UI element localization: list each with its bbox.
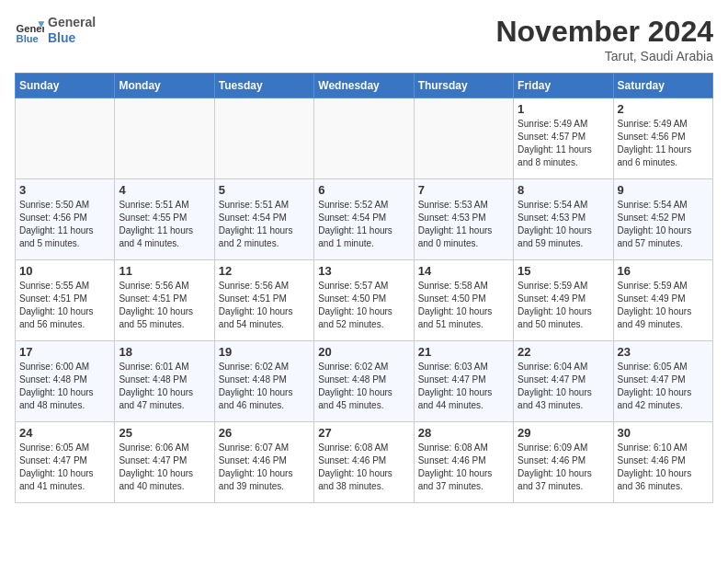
calendar-cell: 9Sunrise: 5:54 AM Sunset: 4:52 PM Daylig… xyxy=(613,179,712,260)
day-info: Sunrise: 5:56 AM Sunset: 4:51 PM Dayligh… xyxy=(219,280,310,331)
day-info: Sunrise: 5:51 AM Sunset: 4:55 PM Dayligh… xyxy=(119,199,210,250)
day-info: Sunrise: 5:49 AM Sunset: 4:57 PM Dayligh… xyxy=(518,118,609,169)
calendar-cell: 29Sunrise: 6:09 AM Sunset: 4:46 PM Dayli… xyxy=(514,422,613,503)
day-info: Sunrise: 5:56 AM Sunset: 4:51 PM Dayligh… xyxy=(119,280,210,331)
calendar-cell: 15Sunrise: 5:59 AM Sunset: 4:49 PM Dayli… xyxy=(514,260,613,341)
day-number: 27 xyxy=(318,426,409,440)
header-saturday: Saturday xyxy=(613,74,712,98)
title-area: November 2024 Tarut, Saudi Arabia xyxy=(495,15,713,63)
header-tuesday: Tuesday xyxy=(214,74,313,98)
calendar-cell: 16Sunrise: 5:59 AM Sunset: 4:49 PM Dayli… xyxy=(613,260,712,341)
day-number: 30 xyxy=(618,426,709,440)
calendar-cell xyxy=(214,98,313,179)
day-number: 8 xyxy=(518,183,609,197)
header-monday: Monday xyxy=(115,74,214,98)
calendar-cell: 22Sunrise: 6:04 AM Sunset: 4:47 PM Dayli… xyxy=(514,341,613,422)
day-number: 22 xyxy=(518,345,609,359)
calendar-cell xyxy=(314,98,414,179)
day-info: Sunrise: 5:55 AM Sunset: 4:51 PM Dayligh… xyxy=(19,280,110,331)
calendar-cell: 19Sunrise: 6:02 AM Sunset: 4:48 PM Dayli… xyxy=(214,341,313,422)
month-title: November 2024 xyxy=(495,15,713,49)
day-number: 6 xyxy=(318,183,409,197)
calendar-cell: 3Sunrise: 5:50 AM Sunset: 4:56 PM Daylig… xyxy=(16,179,115,260)
week-row-1: 3Sunrise: 5:50 AM Sunset: 4:56 PM Daylig… xyxy=(16,179,713,260)
day-number: 16 xyxy=(618,264,709,278)
day-number: 23 xyxy=(618,345,709,359)
calendar-cell: 27Sunrise: 6:08 AM Sunset: 4:46 PM Dayli… xyxy=(314,422,414,503)
day-number: 5 xyxy=(219,183,310,197)
header-thursday: Thursday xyxy=(414,74,513,98)
calendar-cell: 18Sunrise: 6:01 AM Sunset: 4:48 PM Dayli… xyxy=(115,341,214,422)
calendar-cell: 8Sunrise: 5:54 AM Sunset: 4:53 PM Daylig… xyxy=(514,179,613,260)
calendar-cell: 14Sunrise: 5:58 AM Sunset: 4:50 PM Dayli… xyxy=(414,260,513,341)
day-number: 10 xyxy=(19,264,110,278)
day-info: Sunrise: 6:03 AM Sunset: 4:47 PM Dayligh… xyxy=(418,361,509,412)
day-info: Sunrise: 6:08 AM Sunset: 4:46 PM Dayligh… xyxy=(318,442,409,493)
week-row-0: 1Sunrise: 5:49 AM Sunset: 4:57 PM Daylig… xyxy=(16,98,713,179)
week-row-2: 10Sunrise: 5:55 AM Sunset: 4:51 PM Dayli… xyxy=(16,260,713,341)
calendar-cell: 30Sunrise: 6:10 AM Sunset: 4:46 PM Dayli… xyxy=(613,422,712,503)
svg-text:Blue: Blue xyxy=(17,33,39,44)
day-number: 2 xyxy=(618,102,709,116)
calendar-cell: 25Sunrise: 6:06 AM Sunset: 4:47 PM Dayli… xyxy=(115,422,214,503)
day-number: 18 xyxy=(119,345,210,359)
day-info: Sunrise: 5:59 AM Sunset: 4:49 PM Dayligh… xyxy=(518,280,609,331)
day-number: 11 xyxy=(119,264,210,278)
location: Tarut, Saudi Arabia xyxy=(495,49,713,63)
day-info: Sunrise: 6:07 AM Sunset: 4:46 PM Dayligh… xyxy=(219,442,310,493)
calendar-cell: 23Sunrise: 6:05 AM Sunset: 4:47 PM Dayli… xyxy=(613,341,712,422)
calendar-cell xyxy=(414,98,513,179)
calendar-cell: 7Sunrise: 5:53 AM Sunset: 4:53 PM Daylig… xyxy=(414,179,513,260)
header-sunday: Sunday xyxy=(16,74,115,98)
logo: General Blue General Blue xyxy=(15,15,96,46)
day-number: 13 xyxy=(318,264,409,278)
day-number: 21 xyxy=(418,345,509,359)
day-info: Sunrise: 6:01 AM Sunset: 4:48 PM Dayligh… xyxy=(119,361,210,412)
logo-text: General Blue xyxy=(48,15,96,46)
calendar-cell: 2Sunrise: 5:49 AM Sunset: 4:56 PM Daylig… xyxy=(613,98,712,179)
calendar-cell: 5Sunrise: 5:51 AM Sunset: 4:54 PM Daylig… xyxy=(214,179,313,260)
day-number: 17 xyxy=(19,345,110,359)
calendar-table: SundayMondayTuesdayWednesdayThursdayFrid… xyxy=(15,73,713,503)
calendar-body: 1Sunrise: 5:49 AM Sunset: 4:57 PM Daylig… xyxy=(16,98,713,503)
day-info: Sunrise: 6:08 AM Sunset: 4:46 PM Dayligh… xyxy=(418,442,509,493)
day-number: 12 xyxy=(219,264,310,278)
week-row-4: 24Sunrise: 6:05 AM Sunset: 4:47 PM Dayli… xyxy=(16,422,713,503)
day-number: 20 xyxy=(318,345,409,359)
day-info: Sunrise: 6:05 AM Sunset: 4:47 PM Dayligh… xyxy=(618,361,709,412)
logo-icon: General Blue xyxy=(15,16,44,45)
day-info: Sunrise: 5:52 AM Sunset: 4:54 PM Dayligh… xyxy=(318,199,409,250)
calendar-cell: 24Sunrise: 6:05 AM Sunset: 4:47 PM Dayli… xyxy=(16,422,115,503)
calendar-cell: 28Sunrise: 6:08 AM Sunset: 4:46 PM Dayli… xyxy=(414,422,513,503)
day-info: Sunrise: 6:02 AM Sunset: 4:48 PM Dayligh… xyxy=(219,361,310,412)
day-info: Sunrise: 5:54 AM Sunset: 4:52 PM Dayligh… xyxy=(618,199,709,250)
day-info: Sunrise: 5:50 AM Sunset: 4:56 PM Dayligh… xyxy=(19,199,110,250)
calendar-cell: 10Sunrise: 5:55 AM Sunset: 4:51 PM Dayli… xyxy=(16,260,115,341)
calendar-cell: 11Sunrise: 5:56 AM Sunset: 4:51 PM Dayli… xyxy=(115,260,214,341)
day-info: Sunrise: 5:57 AM Sunset: 4:50 PM Dayligh… xyxy=(318,280,409,331)
calendar-cell: 1Sunrise: 5:49 AM Sunset: 4:57 PM Daylig… xyxy=(514,98,613,179)
day-info: Sunrise: 5:53 AM Sunset: 4:53 PM Dayligh… xyxy=(418,199,509,250)
day-number: 29 xyxy=(518,426,609,440)
day-info: Sunrise: 6:00 AM Sunset: 4:48 PM Dayligh… xyxy=(19,361,110,412)
calendar-cell: 17Sunrise: 6:00 AM Sunset: 4:48 PM Dayli… xyxy=(16,341,115,422)
day-info: Sunrise: 5:51 AM Sunset: 4:54 PM Dayligh… xyxy=(219,199,310,250)
logo-line2: Blue xyxy=(48,30,96,46)
calendar-cell xyxy=(16,98,115,179)
calendar-cell: 4Sunrise: 5:51 AM Sunset: 4:55 PM Daylig… xyxy=(115,179,214,260)
day-number: 9 xyxy=(618,183,709,197)
page-header: General Blue General Blue November 2024 … xyxy=(15,15,713,63)
header-friday: Friday xyxy=(514,74,613,98)
day-info: Sunrise: 6:10 AM Sunset: 4:46 PM Dayligh… xyxy=(618,442,709,493)
day-number: 28 xyxy=(418,426,509,440)
calendar-header: SundayMondayTuesdayWednesdayThursdayFrid… xyxy=(16,74,713,98)
day-number: 3 xyxy=(19,183,110,197)
day-number: 7 xyxy=(418,183,509,197)
day-info: Sunrise: 5:54 AM Sunset: 4:53 PM Dayligh… xyxy=(518,199,609,250)
day-number: 19 xyxy=(219,345,310,359)
day-number: 1 xyxy=(518,102,609,116)
day-number: 14 xyxy=(418,264,509,278)
calendar-cell: 12Sunrise: 5:56 AM Sunset: 4:51 PM Dayli… xyxy=(214,260,313,341)
day-info: Sunrise: 5:59 AM Sunset: 4:49 PM Dayligh… xyxy=(618,280,709,331)
day-info: Sunrise: 6:06 AM Sunset: 4:47 PM Dayligh… xyxy=(119,442,210,493)
